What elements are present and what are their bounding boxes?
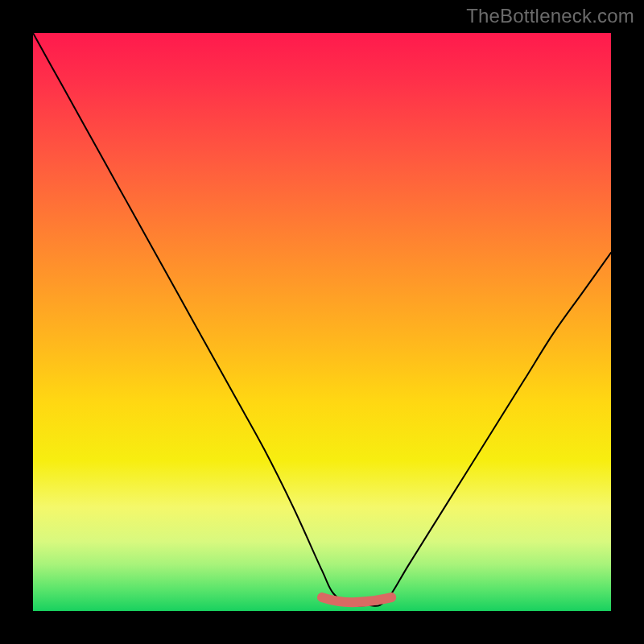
plot-area <box>33 33 611 611</box>
bottleneck-curve <box>33 33 611 606</box>
chart-frame: TheBottleneck.com <box>0 0 644 644</box>
valley-marker <box>322 597 391 602</box>
chart-svg <box>33 33 611 611</box>
watermark-text: TheBottleneck.com <box>466 5 634 27</box>
